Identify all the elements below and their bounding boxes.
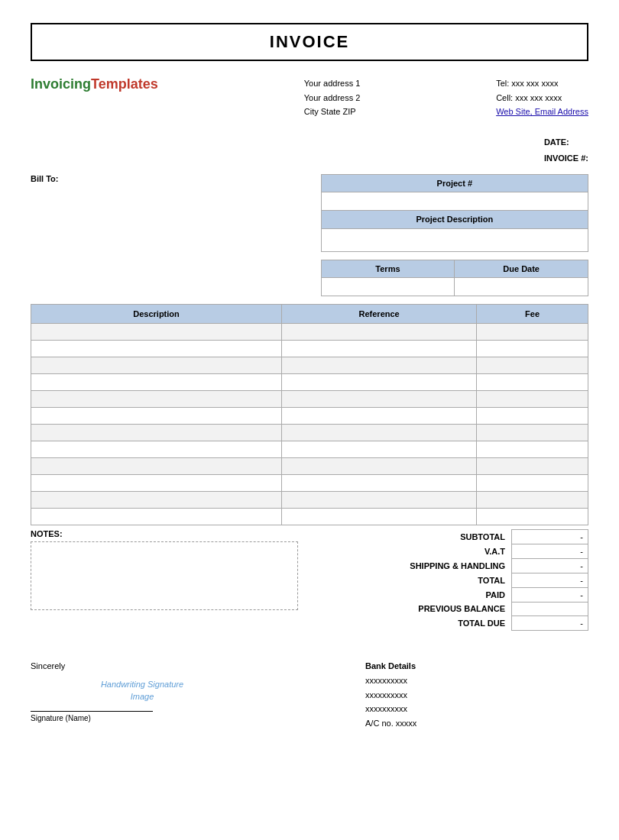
notes-box[interactable] — [31, 541, 298, 610]
date-invoice-box: DATE: INVOICE #: — [544, 134, 588, 166]
table-row — [31, 357, 588, 373]
total-value: - — [512, 573, 588, 587]
terms-value — [321, 277, 455, 296]
address-area: Your address 1 Your address 2 City State… — [304, 76, 361, 119]
total-label: TOTAL — [321, 573, 512, 587]
website-row: Web Site, Email Address — [496, 105, 588, 119]
paid-label: PAID — [321, 587, 512, 602]
paid-row: PAID - — [321, 587, 588, 602]
paid-value: - — [512, 587, 588, 602]
logo-area: InvoicingTemplates — [31, 76, 168, 92]
notes-section: NOTES: — [31, 529, 298, 610]
signature-image-placeholder: Handwriting SignatureImage — [31, 678, 254, 703]
tel-value: xxx xxx xxxx — [511, 79, 558, 88]
total-due-value: - — [512, 615, 588, 630]
footer-row: Sincerely Handwriting SignatureImage Sig… — [31, 661, 588, 731]
table-row — [31, 323, 588, 340]
table-row — [31, 441, 588, 457]
vat-row: V.A.T - — [321, 544, 588, 558]
sig-name: Signature (Name) — [31, 714, 254, 722]
project-section: Project # Project Description — [321, 174, 588, 252]
address-line3: City State ZIP — [304, 105, 361, 119]
terms-duedate-section: Terms Due Date — [31, 260, 588, 296]
notes-label: NOTES: — [31, 529, 298, 538]
duedate-header: Due Date — [455, 260, 588, 277]
header-row: InvoicingTemplates Your address 1 Your a… — [31, 76, 588, 119]
logo-templates: Templates — [91, 76, 158, 92]
tel-label: Tel: — [496, 79, 509, 88]
header-fee: Fee — [477, 304, 588, 323]
sig-line — [31, 711, 153, 712]
subtotal-label: SUBTOTAL — [321, 529, 512, 544]
date-row: DATE: — [544, 134, 588, 150]
cell-label: Cell: — [496, 93, 513, 102]
tel-row: Tel: xxx xxx xxxx — [496, 76, 588, 91]
table-row — [31, 424, 588, 441]
bank-line2: xxxxxxxxxx — [365, 688, 588, 703]
shipping-row: SHIPPING & HANDLING - — [321, 558, 588, 573]
bill-to-section: Bill To: — [31, 174, 298, 252]
invoice-title-box: INVOICE — [31, 23, 588, 61]
totals-table: SUBTOTAL - V.A.T - SHIPPING & HANDLING -… — [321, 529, 588, 631]
prev-balance-value — [512, 602, 588, 615]
table-row — [31, 340, 588, 357]
shipping-label: SHIPPING & HANDLING — [321, 558, 512, 573]
signature-section: Sincerely Handwriting SignatureImage Sig… — [31, 661, 254, 731]
bank-label: Bank Details — [365, 661, 588, 670]
project-number-value — [321, 192, 588, 210]
total-due-label: TOTAL DUE — [321, 615, 512, 630]
subtotal-row: SUBTOTAL - — [321, 529, 588, 544]
address-line1: Your address 1 — [304, 76, 361, 91]
bank-line1: xxxxxxxxxx — [365, 674, 588, 688]
sincerely-label: Sincerely — [31, 661, 254, 670]
subtotal-value: - — [512, 529, 588, 544]
table-row — [31, 390, 588, 407]
terms-header: Terms — [321, 260, 455, 277]
logo-invoicing: Invoicing — [31, 76, 91, 92]
logo-text: InvoicingTemplates — [31, 76, 158, 92]
header-reference: Reference — [282, 304, 477, 323]
duedate-value — [455, 277, 588, 296]
project-number-header: Project # — [321, 174, 588, 192]
table-row — [31, 373, 588, 390]
table-row — [31, 491, 588, 508]
bank-line4: A/C no. xxxxx — [365, 716, 588, 731]
prev-balance-row: PREVIOUS BALANCE — [321, 602, 588, 615]
date-label: DATE: — [544, 137, 569, 147]
sig-image-text: Handwriting SignatureImage — [101, 680, 183, 702]
bill-to-label: Bill To: — [31, 174, 298, 183]
address-line2: Your address 2 — [304, 91, 361, 105]
website-link[interactable]: Web Site, Email Address — [496, 107, 588, 116]
contact-area: Tel: xxx xxx xxxx Cell: xxx xxx xxxx Web… — [496, 76, 588, 119]
bank-line3: xxxxxxxxxx — [365, 702, 588, 716]
totals-section: SUBTOTAL - V.A.T - SHIPPING & HANDLING -… — [321, 529, 588, 631]
bill-and-project-row: Bill To: Project # Project Description — [31, 174, 588, 252]
invoice-title: INVOICE — [270, 32, 349, 51]
bank-section: Bank Details xxxxxxxxxx xxxxxxxxxx xxxxx… — [365, 661, 588, 731]
terms-duedate-table: Terms Due Date — [321, 260, 588, 296]
project-table: Project # Project Description — [321, 174, 588, 252]
totals-notes-row: NOTES: SUBTOTAL - V.A.T - SHIPPING & HAN… — [31, 529, 588, 631]
table-row — [31, 457, 588, 474]
date-invoice-section: DATE: INVOICE #: — [31, 134, 588, 166]
vat-label: V.A.T — [321, 544, 512, 558]
vat-value: - — [512, 544, 588, 558]
total-due-row: TOTAL DUE - — [321, 615, 588, 630]
prev-balance-label: PREVIOUS BALANCE — [321, 602, 512, 615]
cell-row: Cell: xxx xxx xxxx — [496, 91, 588, 105]
total-row: TOTAL - — [321, 573, 588, 587]
project-description-value — [321, 228, 588, 251]
cell-value: xxx xxx xxxx — [515, 93, 562, 102]
table-row — [31, 508, 588, 525]
header-description: Description — [31, 304, 282, 323]
project-description-header: Project Description — [321, 210, 588, 228]
main-table: Description Reference Fee — [31, 304, 588, 525]
shipping-value: - — [512, 558, 588, 573]
invoice-label: INVOICE #: — [544, 153, 588, 163]
table-row — [31, 407, 588, 424]
table-row — [31, 474, 588, 491]
invoice-row: INVOICE #: — [544, 150, 588, 166]
